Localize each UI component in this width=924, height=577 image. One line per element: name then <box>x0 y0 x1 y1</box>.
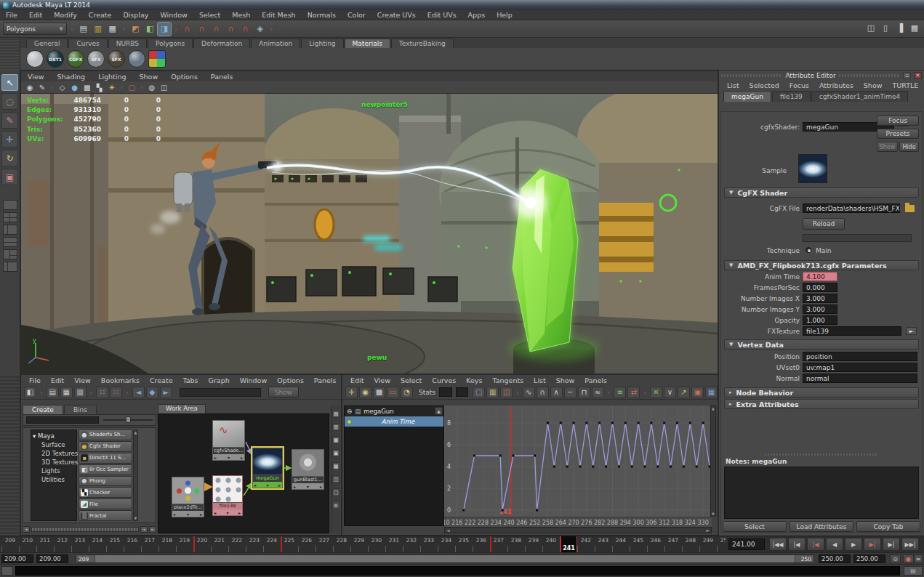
playback-start-field[interactable]: 209.00 <box>36 554 68 563</box>
shaderfx-silver-icon[interactable]: SFX <box>87 50 105 68</box>
menu-create[interactable]: Create <box>83 11 118 19</box>
ae-tab-megagun[interactable]: megaGun <box>723 91 771 102</box>
toggle-tool-settings-icon[interactable]: ▯ <box>879 21 892 34</box>
tree-item-surface[interactable]: Surface <box>31 440 76 449</box>
viewport-menu-show[interactable]: Show <box>133 73 165 81</box>
create-node-checker[interactable]: ▚Checker <box>79 487 132 498</box>
select-camera-icon[interactable]: ◉ <box>24 82 36 93</box>
create-node-cgfx-shader[interactable]: ●Cgfx Shader <box>79 441 132 452</box>
side-toolbar-icon-4[interactable]: ▣ <box>332 449 340 457</box>
show-button[interactable]: Show <box>877 142 898 152</box>
scroll-right-icon[interactable]: ► <box>149 526 156 533</box>
range-start-handle[interactable]: 209 <box>76 555 95 562</box>
viewport-menu-view[interactable]: View <box>21 73 51 81</box>
split-view-icon[interactable]: ◫ <box>158 82 170 93</box>
frame-number-216[interactable]: 216 <box>124 537 141 544</box>
next-graph-icon[interactable]: ∷ <box>110 387 122 398</box>
tree-item-3d-textures[interactable]: 3D Textures <box>31 458 76 467</box>
create-node-ilr-occ-sampler[interactable]: ◧Ilr Occ Sampler <box>79 464 132 475</box>
graph-menu-curves[interactable]: Curves <box>427 376 461 384</box>
shading-node-megagun[interactable]: megaGun▸▾▸ <box>252 448 283 488</box>
frame-number-244[interactable]: 244 <box>612 537 630 544</box>
smooth-shade-icon[interactable]: ● <box>69 82 81 93</box>
close-panel-icon[interactable]: ✕ <box>914 72 922 79</box>
frame-number-231[interactable]: 231 <box>385 537 403 544</box>
menu-apps[interactable]: Apps <box>462 11 491 19</box>
frame-number-232[interactable]: 232 <box>403 537 420 544</box>
node-expand-icon[interactable]: ▸ <box>214 455 217 460</box>
snap-view-plane-icon[interactable]: ∩ <box>225 23 238 36</box>
side-toolbar-icon-8[interactable]: ≡ <box>332 501 340 509</box>
grease-pencil-icon[interactable]: ✎ <box>36 82 48 93</box>
current-time-field[interactable]: 241.00 <box>728 538 765 550</box>
param-field-fxtexture[interactable]: file139 <box>803 326 901 336</box>
go-to-start-button[interactable]: |◀◀ <box>769 538 787 551</box>
step-forward-key-button[interactable]: ▶| <box>883 538 900 551</box>
frame-number-238[interactable]: 238 <box>507 537 525 544</box>
flat-tangents-icon[interactable]: − <box>564 387 577 398</box>
hypershade-tab-create[interactable]: Create <box>23 405 63 414</box>
frame-playback-icon[interactable]: ▥ <box>486 387 499 398</box>
center-current-time-icon[interactable]: ◫ <box>500 387 513 398</box>
animation-preferences-icon[interactable]: ≡ <box>914 554 923 563</box>
shelf-tab-nurbs[interactable]: NURBS <box>108 39 147 48</box>
open-dope-sheet-icon[interactable]: ▦ <box>705 387 718 398</box>
select-tool[interactable]: ↖ <box>1 74 18 91</box>
graph-menu-tangents[interactable]: Tangents <box>487 376 529 384</box>
frame-number-219[interactable]: 219 <box>176 537 193 544</box>
input-connections-icon[interactable]: ◄ <box>132 387 145 398</box>
range-end-handle[interactable]: 250 <box>795 555 813 562</box>
menu-window[interactable]: Window <box>154 11 193 19</box>
frame-number-212[interactable]: 212 <box>54 537 71 544</box>
create-node-directx-11-s[interactable]: ▪DirectX 11 S... <box>79 453 132 464</box>
ae-menu-list[interactable]: List <box>722 81 744 89</box>
two-pane-stacked-layout-button[interactable] <box>3 237 17 247</box>
frame-number-228[interactable]: 228 <box>333 537 350 544</box>
stats-value-field[interactable] <box>456 387 469 397</box>
frame-number-215[interactable]: 215 <box>106 537 124 544</box>
new-scene-icon[interactable]: ▤ <box>77 23 90 36</box>
frame-number-236[interactable]: 236 <box>473 537 490 544</box>
hide-button[interactable]: Hide <box>899 142 919 152</box>
hypershade-menu-window[interactable]: Window <box>235 376 272 384</box>
frame-number-213[interactable]: 213 <box>71 537 89 544</box>
ae-menu-show[interactable]: Show <box>859 81 888 89</box>
toggle-panel-layouts-icon[interactable]: ▦ <box>908 21 921 34</box>
clamped-tangents-icon[interactable]: ∩ <box>537 387 549 398</box>
frame-number-234[interactable]: 234 <box>438 537 455 544</box>
browse-folder-icon[interactable] <box>905 205 915 212</box>
free-tangent-weight-icon[interactable]: ↗ <box>678 387 690 398</box>
break-tangents-icon[interactable]: ✕ <box>650 387 662 398</box>
graph-menu-view[interactable]: View <box>369 376 395 384</box>
icon-size-slider[interactable] <box>103 419 153 421</box>
animation-end-field[interactable]: 250.00 <box>853 554 885 563</box>
frame-number-217[interactable]: 217 <box>141 537 158 544</box>
graph-menu-keys[interactable]: Keys <box>461 376 487 384</box>
lasso-select-tool[interactable]: ◌ <box>1 93 18 110</box>
play-forwards-button[interactable]: ▶ <box>845 538 862 551</box>
param-field-framespersec[interactable]: 0.000 <box>803 283 837 292</box>
frame-number-226[interactable]: 226 <box>298 537 316 544</box>
node-footer[interactable]: ▸▾▸ <box>253 482 282 488</box>
output-connections-icon[interactable]: ► <box>160 387 172 398</box>
node-expand-icon[interactable]: ▸ <box>254 483 257 488</box>
hypershade-show-button[interactable]: Show <box>268 387 299 398</box>
spline-tangents-icon[interactable]: ∿ <box>523 387 535 398</box>
viewport-scene-area[interactable]: Verts:48675400Edges:93131000Polygons:452… <box>21 94 718 374</box>
time-slider[interactable]: 2092102112122132142152162172182192202212… <box>0 536 924 552</box>
shading-node-place2dte[interactable]: place2dTe...▸▾▸ <box>172 477 204 517</box>
menu-edit[interactable]: Edit <box>23 11 48 19</box>
snap-point-icon[interactable]: ∩ <box>210 23 223 36</box>
param-field-number-images-x[interactable]: 3.000 <box>803 294 837 303</box>
node-expand-icon[interactable]: ▾ <box>266 483 268 488</box>
textured-icon[interactable]: ▩ <box>81 82 93 93</box>
shelf-tab-general[interactable]: General <box>26 39 68 48</box>
shading-node-cgfxshade[interactable]: cgfxShade...▸▾▸ <box>212 420 245 461</box>
node-footer[interactable]: ▸▾▸ <box>213 454 244 460</box>
uv-grid-icon[interactable] <box>148 50 166 68</box>
focus-button[interactable]: Focus <box>877 116 919 126</box>
frame-number-229[interactable]: 229 <box>350 537 368 544</box>
graph-menu-panels[interactable]: Panels <box>579 376 612 384</box>
shelf-tab-lighting[interactable]: Lighting <box>301 39 343 48</box>
menu-modify[interactable]: Modify <box>48 11 82 19</box>
